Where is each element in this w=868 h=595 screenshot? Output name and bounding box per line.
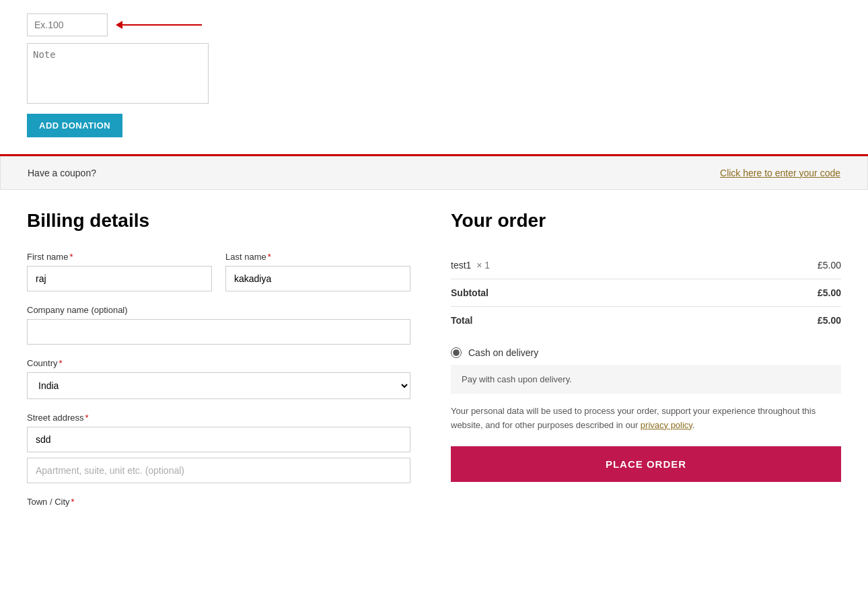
donation-note-textarea[interactable] (27, 43, 209, 104)
subtotal-value: £5.00 (694, 279, 841, 307)
payment-section: Cash on delivery Pay with cash upon deli… (451, 347, 841, 482)
cash-on-delivery-radio[interactable] (451, 347, 462, 358)
first-name-input[interactable] (27, 266, 212, 291)
payment-method-label: Cash on delivery (468, 347, 538, 358)
product-price: £5.00 (694, 252, 841, 279)
last-name-input[interactable] (225, 266, 410, 291)
add-donation-button[interactable]: ADD DONATION (27, 114, 122, 137)
billing-section: Billing details First name* Last name* C… (27, 210, 410, 524)
required-star-5: * (71, 497, 75, 507)
coupon-link[interactable]: Click here to enter your code (720, 168, 840, 178)
total-label: Total (451, 307, 694, 335)
first-name-label: First name* (27, 252, 212, 262)
privacy-policy-link[interactable]: privacy policy (641, 420, 692, 430)
order-section: Your order test1 × 1 £5.00 Subtotal £5.0… (451, 210, 841, 524)
place-order-button[interactable]: PLACE ORDER (451, 446, 841, 482)
town-city-label: Town / City* (27, 497, 410, 507)
country-select[interactable]: India United Kingdom United States (27, 372, 410, 399)
total-value: £5.00 (694, 307, 841, 335)
required-star-4: * (85, 413, 89, 423)
arrow-indicator (121, 24, 202, 26)
coupon-bar: Have a coupon? Click here to enter your … (0, 156, 868, 190)
country-label: Country* (27, 358, 410, 368)
subtotal-label: Subtotal (451, 279, 694, 307)
apartment-input[interactable] (27, 458, 410, 483)
donation-amount-input[interactable] (27, 13, 108, 36)
last-name-label: Last name* (225, 252, 410, 262)
coupon-label: Have a coupon? (28, 168, 96, 178)
required-star-2: * (268, 252, 271, 262)
order-title: Your order (451, 210, 841, 232)
required-star: * (69, 252, 73, 262)
product-name: test1 (451, 260, 471, 271)
total-row: Total £5.00 (451, 307, 841, 335)
required-star-3: * (59, 358, 63, 368)
order-table: test1 × 1 £5.00 Subtotal £5.00 Total £5.… (451, 252, 841, 334)
street-address-label: Street address* (27, 413, 410, 423)
billing-title: Billing details (27, 210, 410, 232)
subtotal-row: Subtotal £5.00 (451, 279, 841, 307)
street-address-input[interactable] (27, 427, 410, 452)
payment-description: Pay with cash upon delivery. (451, 365, 841, 394)
product-qty: × 1 (476, 260, 490, 271)
table-row: test1 × 1 £5.00 (451, 252, 841, 279)
privacy-text: Your personal data will be used to proce… (451, 405, 841, 433)
company-name-label: Company name (optional) (27, 305, 410, 315)
company-name-input[interactable] (27, 319, 410, 345)
